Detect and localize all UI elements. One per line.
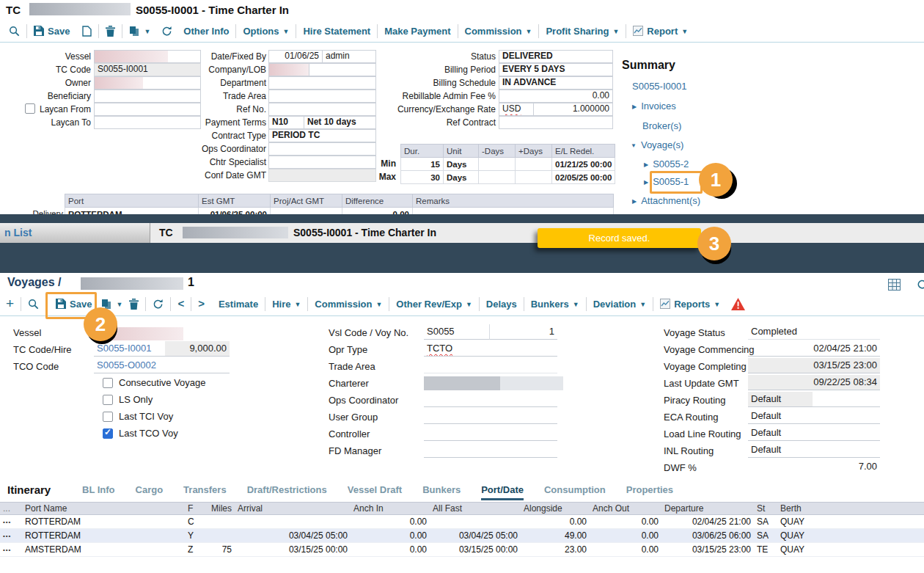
column-header[interactable]: Dur. [401, 145, 444, 158]
sidebar-item-attachments[interactable]: Attachment(s) [632, 195, 700, 206]
active-tab-prefix[interactable]: TC [159, 223, 173, 243]
table-row[interactable]: 15 Days 01/21/25 00:00 [401, 158, 615, 171]
column-header[interactable]: -Days [479, 145, 516, 158]
status-cell[interactable]: SA [754, 529, 777, 543]
itinerary-row[interactable]: ••• AMSTERDAM Z 75 03/15/25 00:00 0.00 0… [0, 543, 924, 557]
user-group-field[interactable] [424, 409, 557, 424]
max-plus-days[interactable] [516, 171, 552, 184]
load-line-routing-extra-field[interactable] [813, 426, 880, 441]
anch-in-cell[interactable]: 0.00 [351, 515, 430, 529]
ref-no-field[interactable] [268, 103, 376, 116]
all-fast-cell[interactable] [430, 515, 521, 529]
delivery-est-gmt[interactable]: 01/06/25 00:00 [199, 208, 271, 215]
delivery-port[interactable]: ROTTERDAM [65, 208, 199, 215]
sidebar-item-voyages[interactable]: Voyage(s) [631, 139, 683, 150]
save-button[interactable]: Save [34, 26, 70, 37]
miles-cell[interactable]: 75 [208, 543, 235, 557]
search-icon[interactable] [9, 26, 20, 37]
column-header[interactable]: E/L Redel. [552, 145, 615, 158]
sidebar-item-voyage-s0055-1[interactable]: S0055-1 [644, 176, 689, 187]
chtr-specialist-field[interactable] [268, 156, 376, 169]
itinerary-row[interactable]: ••• ROTTERDAM C 0.00 0.00 0.00 02/04/25 … [0, 515, 924, 529]
function-cell[interactable]: C [185, 515, 208, 529]
commission-menu[interactable]: Commission▼ [465, 26, 532, 37]
next-icon[interactable]: > [198, 297, 205, 310]
inl-routing-field[interactable]: Default [748, 442, 813, 458]
ops-coordinator-field[interactable] [268, 142, 376, 156]
departure-cell[interactable]: 03/06/25 06:00 [661, 529, 754, 543]
sidebar-item-invoices[interactable]: Invoices [632, 101, 676, 112]
berth-cell[interactable]: QUAY [777, 529, 924, 543]
bunkers-menu[interactable]: Bunkers▼ [531, 299, 579, 310]
delays-button[interactable]: Delays [486, 299, 517, 310]
lob-field[interactable] [309, 63, 376, 76]
departure-cell[interactable]: 02/04/25 21:00 [661, 515, 754, 529]
last-tco-voy-checkbox[interactable] [103, 428, 113, 439]
column-header[interactable]: Miles [208, 503, 235, 515]
delete-icon[interactable] [129, 299, 139, 310]
refresh-icon[interactable] [153, 299, 164, 310]
port-name-cell[interactable]: ROTTERDAM [22, 529, 185, 543]
port-name-cell[interactable]: ROTTERDAM [22, 515, 185, 529]
arrival-cell[interactable]: 03/15/25 00:00 [235, 543, 351, 557]
miles-cell[interactable] [208, 529, 235, 543]
alongside-cell[interactable]: 49.00 [521, 529, 590, 543]
tab-bl-info[interactable]: BL Info [82, 483, 115, 498]
column-header[interactable]: Departure [661, 503, 754, 515]
status-cell[interactable]: TE [754, 543, 777, 557]
profit-sharing-menu[interactable]: Profit Sharing▼ [546, 26, 619, 37]
alongside-cell[interactable]: 23.00 [521, 543, 590, 557]
column-header[interactable]: Arrival [235, 503, 351, 515]
berth-cell[interactable]: QUAY [777, 515, 924, 529]
tab-draft-restrictions[interactable]: Draft/Restrictions [247, 483, 327, 498]
column-header[interactable]: Berth [777, 503, 924, 515]
itinerary-row[interactable]: ••• ROTTERDAM Y 03/04/25 05:00 0.00 03/0… [0, 529, 924, 543]
row-menu-icon[interactable]: ••• [0, 543, 22, 557]
min-unit[interactable]: Days [444, 158, 479, 171]
grid-view-icon[interactable] [888, 279, 901, 293]
tab-cargo[interactable]: Cargo [136, 483, 164, 498]
refresh-icon[interactable] [917, 279, 924, 293]
estimate-button[interactable]: Estimate [219, 299, 258, 310]
trade-area-field[interactable] [424, 358, 557, 373]
status-field[interactable]: DELIVERED [499, 50, 613, 63]
min-dur[interactable]: 15 [401, 158, 444, 171]
hire-statement-button[interactable]: Hire Statement [303, 26, 370, 37]
eca-routing-field[interactable]: Default [748, 409, 813, 424]
ops-coordinator-field[interactable] [424, 392, 557, 407]
all-fast-cell[interactable]: 03/04/25 05:00 [430, 529, 521, 543]
delivery-remarks[interactable] [413, 208, 614, 215]
voy-no-field[interactable]: 1 [490, 324, 557, 340]
row-menu-icon[interactable]: ••• [0, 515, 22, 529]
min-minus-days[interactable] [479, 158, 516, 171]
column-header[interactable]: Difference [342, 194, 413, 208]
add-icon[interactable]: + [6, 297, 14, 310]
anch-out-cell[interactable]: 0.00 [590, 529, 661, 543]
fixed-by-field[interactable]: admin [322, 50, 376, 63]
anch-out-cell[interactable]: 0.00 [590, 515, 661, 529]
exchange-rate-field[interactable]: 1.000000 [533, 103, 613, 116]
anch-out-cell[interactable]: 0.00 [590, 543, 661, 557]
column-header[interactable]: Anch Out [590, 503, 661, 515]
max-el-redel[interactable]: 02/05/25 00:00 [552, 171, 615, 184]
max-dur[interactable]: 30 [401, 171, 444, 184]
copy-icon[interactable]: ▼ [129, 26, 150, 37]
max-minus-days[interactable] [479, 171, 516, 184]
column-header[interactable]: Port [65, 194, 199, 208]
tc-code-link[interactable]: S0055-I0001 [94, 341, 165, 357]
load-line-routing-field[interactable]: Default [748, 426, 813, 441]
alongside-cell[interactable]: 0.00 [521, 515, 590, 529]
max-unit[interactable]: Days [444, 171, 479, 184]
min-plus-days[interactable] [516, 158, 552, 171]
port-name-cell[interactable]: AMSTERDAM [22, 543, 185, 557]
delete-icon[interactable] [106, 26, 115, 37]
column-header[interactable]: Est GMT [199, 194, 271, 208]
column-header[interactable]: Unit [444, 145, 479, 158]
company-field[interactable] [268, 63, 309, 76]
trade-area-field[interactable] [268, 90, 376, 103]
function-cell[interactable]: Y [185, 529, 208, 543]
column-header[interactable]: St [754, 503, 777, 515]
previous-icon[interactable]: < [177, 297, 184, 310]
payment-terms-code-field[interactable]: N10 [268, 116, 304, 129]
column-header[interactable]: Alongside [521, 503, 590, 515]
